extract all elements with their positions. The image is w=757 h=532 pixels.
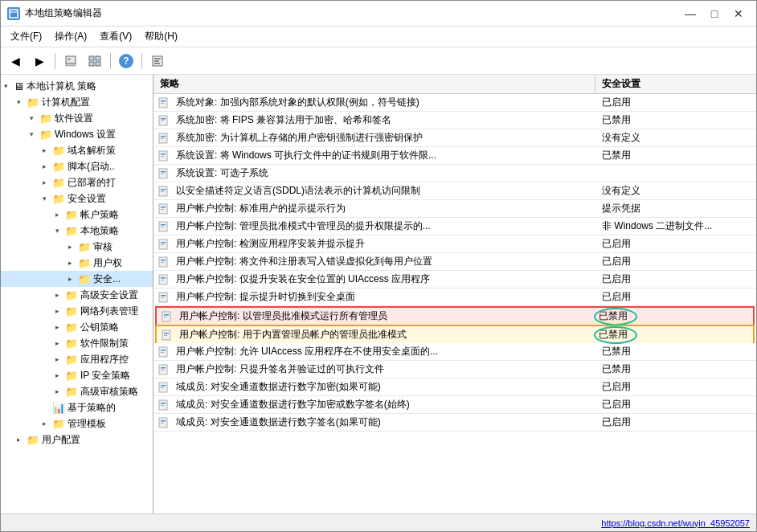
expand-icon-3[interactable]: ▾ (30, 130, 39, 138)
tree-item-label-10: 审核 (93, 240, 113, 254)
policy-row-6[interactable]: 用户帐户控制: 标准用户的提示提示行为提示凭据 (153, 200, 756, 218)
tree-panel[interactable]: ▾🖥本地计算机 策略▾📁计算机配置▾📁软件设置▾📁Windows 设置▸📁域名解… (1, 75, 153, 514)
svg-rect-8 (96, 62, 100, 66)
tree-item-1[interactable]: ▾📁计算机配置 (1, 94, 153, 110)
policy-row-16[interactable]: 域成员: 对安全通道数据进行数字加密(如果可能)已启用 (153, 379, 756, 396)
policy-text-8: 用户帐户控制: 检测应用程序安装并提示提升 (173, 235, 595, 252)
expand-icon-19[interactable]: ▸ (55, 387, 65, 395)
tree-item-10[interactable]: ▸📁审核 (1, 239, 153, 255)
expand-icon-11[interactable]: ▸ (68, 259, 78, 267)
row-icon-17 (153, 399, 173, 411)
expand-icon-12[interactable]: ▸ (68, 275, 78, 283)
tree-item-0[interactable]: ▾🖥本地计算机 策略 (1, 78, 153, 94)
tree-item-7[interactable]: ▾📁安全设置 (1, 190, 153, 207)
policy-row-10[interactable]: 用户帐户控制: 仅提升安装在安全位置的 UIAccess 应用程序已启用 (153, 271, 756, 289)
expand-icon-1[interactable]: ▾ (17, 98, 27, 106)
tree-item-19[interactable]: ▸📁高级审核策略 (1, 383, 153, 399)
policy-row-4[interactable]: 系统设置: 可选子系统 (153, 165, 756, 182)
tree-item-17[interactable]: ▸📁应用程序控 (1, 351, 153, 367)
expand-icon-8[interactable]: ▸ (55, 211, 65, 219)
tree-item-13[interactable]: ▸📁高级安全设置 (1, 287, 153, 303)
policy-text-13: 用户帐户控制: 用于内置管理员帐户的管理员批准模式 (176, 326, 592, 343)
tree-item-14[interactable]: ▸📁网络列表管理 (1, 303, 153, 319)
tree-item-4[interactable]: ▸📁域名解析策 (1, 142, 153, 158)
properties-button[interactable] (146, 51, 169, 72)
folder-icon-4: 📁 (52, 145, 65, 157)
expand-icon-15[interactable]: ▸ (55, 323, 65, 331)
menu-view[interactable]: 查看(V) (93, 28, 138, 45)
svg-rect-29 (161, 189, 166, 190)
status-url[interactable]: https://blog.csdn.net/wuyin_45952057 (601, 518, 750, 528)
minimize-button[interactable]: — (679, 5, 702, 23)
tree-item-18[interactable]: ▸📁IP 安全策略 (1, 367, 153, 383)
expand-icon-10[interactable]: ▸ (68, 243, 78, 251)
setting-cell-2: 没有定义 (595, 129, 756, 146)
tree-item-11[interactable]: ▸📁用户权 (1, 255, 153, 271)
view-button[interactable] (84, 51, 106, 72)
expand-icon-4[interactable]: ▸ (43, 146, 52, 154)
col-policy-header[interactable]: 策略 (153, 75, 595, 93)
menu-file[interactable]: 文件(F) (4, 28, 48, 45)
expand-icon-5[interactable]: ▸ (43, 162, 52, 170)
expand-icon-9[interactable]: ▾ (55, 227, 65, 235)
policy-row-3[interactable]: 系统设置: 将 Windows 可执行文件中的证书规则用于软件限...已禁用 (153, 147, 756, 165)
tree-item-20[interactable]: 📊基于策略的 (1, 399, 153, 415)
expand-icon-22[interactable]: ▸ (17, 436, 27, 444)
policy-row-1[interactable]: 系统加密: 将 FIPS 兼容算法用于加密、哈希和签名已禁用 (153, 112, 756, 129)
policy-row-9[interactable]: 用户帐户控制: 将文件和注册表写入错误虚拟化到每用户位置已启用 (153, 253, 756, 271)
expand-icon-21[interactable]: ▸ (43, 419, 52, 428)
tree-item-2[interactable]: ▾📁软件设置 (1, 110, 153, 126)
expand-icon-13[interactable]: ▸ (55, 291, 65, 299)
up-button[interactable] (59, 51, 82, 72)
row-icon-6 (153, 203, 173, 215)
policy-row-14[interactable]: 用户帐户控制: 允许 UIAccess 应用程序在不使用安全桌面的...已禁用 (153, 343, 756, 361)
back-button[interactable]: ◀ (4, 51, 27, 72)
tree-item-16[interactable]: ▸📁软件限制策 (1, 335, 153, 351)
svg-rect-68 (161, 420, 166, 422)
tree-item-21[interactable]: ▸📁管理模板 (1, 415, 153, 432)
policy-row-13[interactable]: 用户帐户控制: 用于内置管理员帐户的管理员批准模式已禁用 (155, 325, 755, 343)
policy-row-8[interactable]: 用户帐户控制: 检测应用程序安装并提示提升已启用 (153, 235, 756, 253)
policy-row-2[interactable]: 系统加密: 为计算机上存储的用户密钥强制进行强密钥保护没有定义 (153, 129, 756, 147)
tree-item-6[interactable]: ▸📁已部署的打 (1, 174, 153, 190)
expand-icon-0[interactable]: ▾ (4, 82, 14, 90)
policy-row-5[interactable]: 以安全描述符定义语言(SDDL)语法表示的计算机访问限制没有定义 (153, 182, 756, 200)
tree-item-12[interactable]: ▸📁安全... (1, 271, 153, 287)
svg-rect-44 (161, 277, 166, 279)
policy-row-12[interactable]: 用户帐户控制: 以管理员批准模式运行所有管理员已禁用 (155, 306, 755, 325)
tree-item-8[interactable]: ▸📁帐户策略 (1, 207, 153, 223)
tree-item-15[interactable]: ▸📁公钥策略 (1, 319, 153, 335)
tree-item-3[interactable]: ▾📁Windows 设置 (1, 126, 153, 142)
row-icon-0 (153, 97, 173, 108)
list-header: 策略 安全设置 (153, 75, 756, 94)
menu-help[interactable]: 帮助(H) (138, 28, 184, 45)
setting-cell-16: 已启用 (595, 379, 756, 395)
menu-action[interactable]: 操作(A) (48, 28, 93, 45)
expand-icon-17[interactable]: ▸ (55, 355, 65, 363)
expand-icon-2[interactable]: ▾ (30, 114, 39, 122)
expand-icon-18[interactable]: ▸ (55, 371, 65, 379)
tree-item-5[interactable]: ▸📁脚本(启动.. (1, 158, 153, 174)
forward-button[interactable]: ▶ (28, 51, 51, 72)
expand-icon-7[interactable]: ▾ (43, 194, 52, 203)
tree-item-9[interactable]: ▾📁本地策略 (1, 223, 153, 239)
policy-row-15[interactable]: 用户帐户控制: 只提升签名并验证过的可执行文件已禁用 (153, 361, 756, 379)
help-button[interactable]: ? (115, 51, 137, 72)
tree-item-label-18: IP 安全策略 (80, 369, 130, 383)
policy-row-11[interactable]: 用户帐户控制: 提示提升时切换到安全桌面已启用 (153, 289, 756, 306)
maximize-button[interactable]: □ (703, 5, 726, 23)
policy-row-7[interactable]: 用户帐户控制: 管理员批准模式中管理员的提升权限提示的...非 Windows … (153, 218, 756, 235)
tree-item-22[interactable]: ▸📁用户配置 (1, 432, 153, 448)
status-bar[interactable]: https://blog.csdn.net/wuyin_45952057 (1, 514, 756, 531)
close-button[interactable]: ✕ (727, 5, 750, 23)
policy-row-17[interactable]: 域成员: 对安全通道数据进行数字加密或数字签名(始终)已启用 (153, 396, 756, 414)
expand-icon-16[interactable]: ▸ (55, 339, 65, 347)
row-icon-15 (153, 364, 173, 375)
svg-rect-0 (10, 10, 18, 18)
policy-row-0[interactable]: 系统对象: 加强内部系统对象的默认权限(例如，符号链接)已启用 (153, 94, 756, 112)
policy-row-18[interactable]: 域成员: 对安全通道数据进行数字签名(如果可能)已启用 (153, 414, 756, 432)
list-panel[interactable]: 策略 安全设置 系统对象: 加强内部系统对象的默认权限(例如，符号链接)已启用系… (153, 75, 756, 514)
folder-icon-17: 📁 (65, 354, 78, 366)
expand-icon-6[interactable]: ▸ (43, 178, 52, 186)
expand-icon-14[interactable]: ▸ (55, 307, 65, 315)
